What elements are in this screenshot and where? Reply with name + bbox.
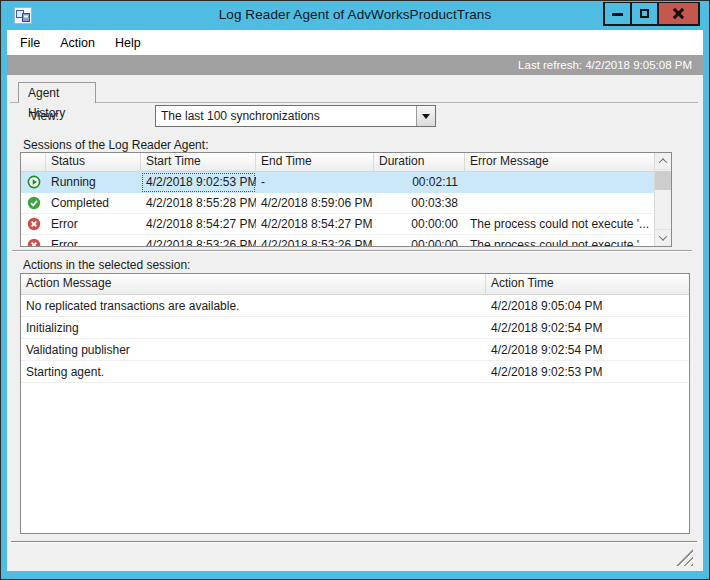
action-row[interactable]: Initializing 4/2/2018 9:02:54 PM <box>21 317 689 339</box>
sessions-table: Status Start Time End Time Duration Erro… <box>20 152 672 247</box>
close-button[interactable] <box>657 2 700 26</box>
menu-bar: File Action Help <box>7 30 703 55</box>
content-area: Agent History View: The last 100 synchro… <box>7 75 703 571</box>
column-header-error-message[interactable]: Error Message <box>465 153 654 171</box>
action-row[interactable]: Starting agent. 4/2/2018 9:02:53 PM <box>21 361 689 383</box>
column-header-action-time[interactable]: Action Time <box>486 274 689 294</box>
view-dropdown-button[interactable] <box>416 106 435 126</box>
close-icon <box>672 7 685 20</box>
bottom-panel-edge <box>11 541 697 543</box>
sessions-table-header: Status Start Time End Time Duration Erro… <box>21 153 671 172</box>
session-row-running[interactable]: Running 4/2/2018 9:02:53 PM - 00:02:11 <box>21 172 671 193</box>
column-header-status[interactable]: Status <box>46 153 141 171</box>
column-header-action-message[interactable]: Action Message <box>21 274 486 294</box>
session-row-error-2[interactable]: Error 4/2/2018 8:53:26 PM 4/2/2018 8:53:… <box>21 235 671 247</box>
column-header-duration[interactable]: Duration <box>374 153 465 171</box>
error-status-icon <box>21 235 46 248</box>
chevron-down-icon <box>659 232 667 240</box>
action-row[interactable]: Validating publisher 4/2/2018 9:02:54 PM <box>21 339 689 361</box>
sessions-label: Sessions of the Log Reader Agent: <box>23 138 208 152</box>
column-header-start-time[interactable]: Start Time <box>141 153 256 171</box>
focused-cell: 4/2/2018 9:02:53 PM <box>141 172 256 193</box>
minimize-button[interactable] <box>603 2 632 26</box>
scrollbar-thumb[interactable] <box>655 171 671 190</box>
title-bar[interactable]: Log Reader Agent of AdvWorksProductTrans <box>1 1 709 30</box>
chevron-up-icon <box>659 158 667 166</box>
column-header-status-icon[interactable] <box>21 153 46 171</box>
view-dropdown[interactable]: The last 100 synchronizations <box>155 105 436 127</box>
view-dropdown-value: The last 100 synchronizations <box>156 109 416 123</box>
tab-strip-line <box>10 102 698 103</box>
completed-status-icon <box>21 193 46 214</box>
sessions-scrollbar[interactable] <box>654 153 671 246</box>
window: Log Reader Agent of AdvWorksProductTrans… <box>0 0 710 580</box>
section-divider <box>12 250 692 252</box>
actions-label: Actions in the selected session: <box>23 258 190 272</box>
menu-file[interactable]: File <box>20 36 40 50</box>
session-row-completed[interactable]: Completed 4/2/2018 8:55:28 PM 4/2/2018 8… <box>21 193 671 214</box>
action-row[interactable]: No replicated transactions are available… <box>21 295 689 317</box>
resize-grip-icon[interactable] <box>676 549 693 566</box>
menu-help[interactable]: Help <box>115 36 141 50</box>
tab-agent-history[interactable]: Agent History <box>18 82 96 103</box>
chevron-down-icon <box>422 114 430 119</box>
last-refresh-bar: Last refresh: 4/2/2018 9:05:08 PM <box>7 55 703 75</box>
scroll-down-button[interactable] <box>655 229 671 246</box>
maximize-icon <box>640 9 649 18</box>
actions-table-header: Action Message Action Time <box>21 274 689 295</box>
error-status-icon <box>21 214 46 235</box>
menu-action[interactable]: Action <box>60 36 95 50</box>
actions-table: Action Message Action Time No replicated… <box>20 273 690 534</box>
scroll-up-button[interactable] <box>655 153 671 170</box>
maximize-button[interactable] <box>630 2 659 26</box>
column-header-end-time[interactable]: End Time <box>256 153 374 171</box>
running-status-icon <box>21 172 46 193</box>
minimize-icon <box>612 13 623 16</box>
session-row-error-1[interactable]: Error 4/2/2018 8:54:27 PM 4/2/2018 8:54:… <box>21 214 671 235</box>
